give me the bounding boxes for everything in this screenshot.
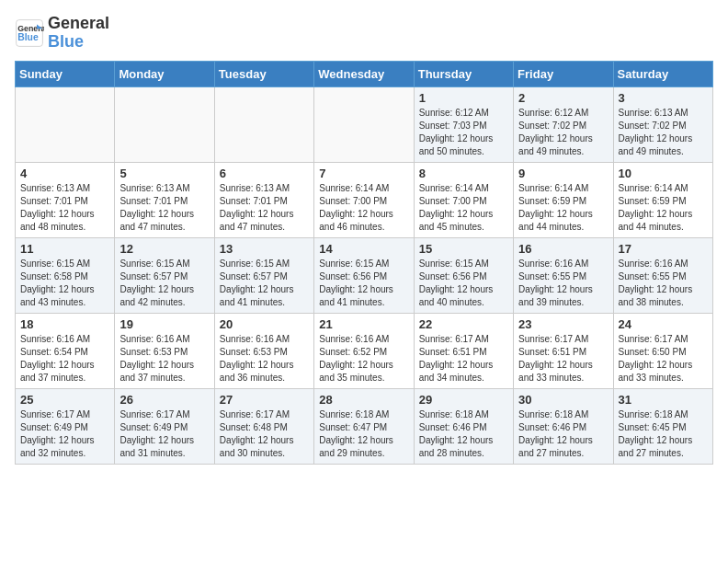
week-row-2: 4Sunrise: 6:13 AM Sunset: 7:01 PM Daylig…: [16, 162, 713, 237]
day-info: Sunrise: 6:18 AM Sunset: 6:47 PM Dayligh…: [319, 408, 408, 460]
day-number: 7: [319, 167, 408, 180]
day-number: 14: [319, 242, 408, 256]
day-cell: 13Sunrise: 6:15 AM Sunset: 6:57 PM Dayli…: [214, 237, 313, 313]
day-cell: 3Sunrise: 6:13 AM Sunset: 7:02 PM Daylig…: [613, 86, 712, 162]
day-number: 24: [619, 317, 708, 331]
week-row-3: 11Sunrise: 6:15 AM Sunset: 6:58 PM Dayli…: [16, 237, 713, 313]
column-header-friday: Friday: [514, 61, 613, 86]
day-info: Sunrise: 6:13 AM Sunset: 7:01 PM Dayligh…: [119, 182, 209, 234]
day-number: 23: [518, 317, 608, 331]
day-number: 21: [319, 317, 408, 331]
day-cell: 16Sunrise: 6:16 AM Sunset: 6:55 PM Dayli…: [514, 237, 613, 313]
day-info: Sunrise: 6:18 AM Sunset: 6:45 PM Dayligh…: [619, 408, 708, 460]
day-cell: 20Sunrise: 6:16 AM Sunset: 6:53 PM Dayli…: [214, 313, 313, 388]
day-cell: 19Sunrise: 6:16 AM Sunset: 6:53 PM Dayli…: [115, 313, 214, 388]
day-cell: 14Sunrise: 6:15 AM Sunset: 6:56 PM Dayli…: [314, 237, 414, 313]
day-cell: 1Sunrise: 6:12 AM Sunset: 7:03 PM Daylig…: [414, 86, 513, 162]
week-row-1: 1Sunrise: 6:12 AM Sunset: 7:03 PM Daylig…: [16, 86, 713, 162]
day-info: Sunrise: 6:14 AM Sunset: 7:00 PM Dayligh…: [419, 182, 508, 234]
day-info: Sunrise: 6:16 AM Sunset: 6:53 PM Dayligh…: [119, 333, 209, 385]
day-info: Sunrise: 6:17 AM Sunset: 6:48 PM Dayligh…: [220, 408, 309, 460]
logo-text: GeneralBlue: [48, 15, 109, 52]
day-number: 30: [518, 393, 608, 407]
column-header-sunday: Sunday: [16, 61, 115, 86]
page-header: General Blue GeneralBlue: [15, 15, 713, 52]
day-info: Sunrise: 6:13 AM Sunset: 7:01 PM Dayligh…: [220, 182, 309, 234]
day-cell: [214, 86, 313, 162]
day-cell: 4Sunrise: 6:13 AM Sunset: 7:01 PM Daylig…: [16, 162, 115, 237]
day-number: 10: [619, 167, 708, 180]
day-number: 8: [419, 167, 508, 180]
day-cell: 28Sunrise: 6:18 AM Sunset: 6:47 PM Dayli…: [314, 388, 414, 464]
day-info: Sunrise: 6:15 AM Sunset: 6:56 PM Dayligh…: [419, 258, 508, 309]
day-info: Sunrise: 6:12 AM Sunset: 7:02 PM Dayligh…: [518, 107, 608, 158]
day-cell: 23Sunrise: 6:17 AM Sunset: 6:51 PM Dayli…: [514, 313, 613, 388]
day-number: 20: [220, 317, 309, 331]
day-cell: 26Sunrise: 6:17 AM Sunset: 6:49 PM Dayli…: [115, 388, 214, 464]
day-number: 2: [518, 91, 608, 105]
day-number: 17: [619, 242, 708, 256]
day-number: 5: [119, 167, 209, 180]
day-info: Sunrise: 6:17 AM Sunset: 6:49 PM Dayligh…: [119, 408, 209, 460]
day-number: 22: [419, 317, 508, 331]
header-row: SundayMondayTuesdayWednesdayThursdayFrid…: [16, 61, 713, 86]
day-number: 31: [619, 393, 708, 407]
day-cell: 22Sunrise: 6:17 AM Sunset: 6:51 PM Dayli…: [414, 313, 513, 388]
day-cell: 17Sunrise: 6:16 AM Sunset: 6:55 PM Dayli…: [613, 237, 712, 313]
day-number: 26: [119, 393, 209, 407]
day-number: 1: [419, 91, 508, 105]
day-info: Sunrise: 6:15 AM Sunset: 6:56 PM Dayligh…: [319, 258, 408, 309]
day-info: Sunrise: 6:16 AM Sunset: 6:54 PM Dayligh…: [20, 333, 109, 385]
week-row-5: 25Sunrise: 6:17 AM Sunset: 6:49 PM Dayli…: [16, 388, 713, 464]
day-number: 9: [518, 167, 608, 180]
day-info: Sunrise: 6:15 AM Sunset: 6:57 PM Dayligh…: [220, 258, 309, 309]
day-info: Sunrise: 6:17 AM Sunset: 6:51 PM Dayligh…: [419, 333, 508, 385]
day-number: 15: [419, 242, 508, 256]
day-number: 18: [20, 317, 109, 331]
logo-icon: General Blue: [15, 18, 44, 48]
day-cell: 31Sunrise: 6:18 AM Sunset: 6:45 PM Dayli…: [613, 388, 712, 464]
day-cell: 8Sunrise: 6:14 AM Sunset: 7:00 PM Daylig…: [414, 162, 513, 237]
day-number: 4: [20, 167, 109, 180]
calendar-header: SundayMondayTuesdayWednesdayThursdayFrid…: [16, 61, 713, 86]
day-cell: 29Sunrise: 6:18 AM Sunset: 6:46 PM Dayli…: [414, 388, 513, 464]
day-cell: [16, 86, 115, 162]
day-cell: 7Sunrise: 6:14 AM Sunset: 7:00 PM Daylig…: [314, 162, 414, 237]
day-number: 13: [220, 242, 309, 256]
day-info: Sunrise: 6:14 AM Sunset: 6:59 PM Dayligh…: [518, 182, 608, 234]
calendar-table: SundayMondayTuesdayWednesdayThursdayFrid…: [15, 61, 713, 465]
day-cell: 6Sunrise: 6:13 AM Sunset: 7:01 PM Daylig…: [214, 162, 313, 237]
day-info: Sunrise: 6:12 AM Sunset: 7:03 PM Dayligh…: [419, 107, 508, 158]
day-cell: [115, 86, 214, 162]
day-info: Sunrise: 6:16 AM Sunset: 6:55 PM Dayligh…: [619, 258, 708, 309]
svg-text:Blue: Blue: [17, 32, 39, 42]
day-info: Sunrise: 6:14 AM Sunset: 7:00 PM Dayligh…: [319, 182, 408, 234]
logo: General Blue GeneralBlue: [15, 15, 109, 52]
day-info: Sunrise: 6:15 AM Sunset: 6:57 PM Dayligh…: [119, 258, 209, 309]
day-info: Sunrise: 6:13 AM Sunset: 7:01 PM Dayligh…: [20, 182, 109, 234]
day-info: Sunrise: 6:15 AM Sunset: 6:58 PM Dayligh…: [20, 258, 109, 309]
day-cell: [314, 86, 414, 162]
day-info: Sunrise: 6:18 AM Sunset: 6:46 PM Dayligh…: [419, 408, 508, 460]
day-number: 19: [119, 317, 209, 331]
day-info: Sunrise: 6:17 AM Sunset: 6:51 PM Dayligh…: [518, 333, 608, 385]
day-info: Sunrise: 6:17 AM Sunset: 6:49 PM Dayligh…: [20, 408, 109, 460]
day-cell: 21Sunrise: 6:16 AM Sunset: 6:52 PM Dayli…: [314, 313, 414, 388]
day-number: 12: [119, 242, 209, 256]
day-cell: 30Sunrise: 6:18 AM Sunset: 6:46 PM Dayli…: [514, 388, 613, 464]
day-number: 25: [20, 393, 109, 407]
day-cell: 10Sunrise: 6:14 AM Sunset: 6:59 PM Dayli…: [613, 162, 712, 237]
day-number: 28: [319, 393, 408, 407]
day-cell: 9Sunrise: 6:14 AM Sunset: 6:59 PM Daylig…: [514, 162, 613, 237]
day-cell: 12Sunrise: 6:15 AM Sunset: 6:57 PM Dayli…: [115, 237, 214, 313]
day-info: Sunrise: 6:14 AM Sunset: 6:59 PM Dayligh…: [619, 182, 708, 234]
calendar-body: 1Sunrise: 6:12 AM Sunset: 7:03 PM Daylig…: [16, 86, 713, 464]
day-info: Sunrise: 6:18 AM Sunset: 6:46 PM Dayligh…: [518, 408, 608, 460]
day-cell: 11Sunrise: 6:15 AM Sunset: 6:58 PM Dayli…: [16, 237, 115, 313]
day-cell: 24Sunrise: 6:17 AM Sunset: 6:50 PM Dayli…: [613, 313, 712, 388]
day-info: Sunrise: 6:16 AM Sunset: 6:55 PM Dayligh…: [518, 258, 608, 309]
day-number: 16: [518, 242, 608, 256]
week-row-4: 18Sunrise: 6:16 AM Sunset: 6:54 PM Dayli…: [16, 313, 713, 388]
day-cell: 27Sunrise: 6:17 AM Sunset: 6:48 PM Dayli…: [214, 388, 313, 464]
day-info: Sunrise: 6:16 AM Sunset: 6:52 PM Dayligh…: [319, 333, 408, 385]
